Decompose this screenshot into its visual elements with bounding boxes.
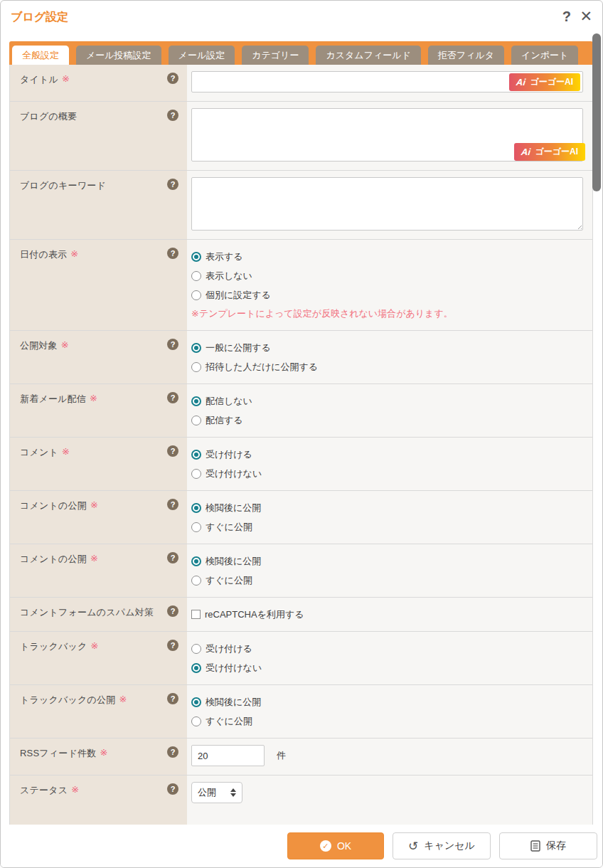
radio-icon[interactable] <box>191 697 201 707</box>
option-label: 表示する <box>206 250 243 263</box>
close-icon[interactable]: ✕ <box>580 8 592 25</box>
status-select[interactable]: 公開 <box>191 782 242 803</box>
radio-icon[interactable] <box>191 663 201 673</box>
required-mark: ※ <box>70 248 78 259</box>
row-label: 日付の表示 <box>20 248 67 261</box>
help-icon[interactable]: ? <box>167 640 178 651</box>
radio-option[interactable]: 配信しない <box>191 391 583 411</box>
ok-button-label: OK <box>337 840 351 852</box>
radio-icon[interactable] <box>191 252 201 262</box>
blog-settings-dialog: ブログ設定 ? ✕ 全般設定メール投稿設定メール設定カテゴリーカスタムフィールド… <box>0 0 603 868</box>
help-icon[interactable]: ? <box>167 392 178 403</box>
help-icon[interactable]: ? <box>167 339 178 350</box>
radio-option[interactable]: 一般に公開する <box>191 338 583 357</box>
radio-icon[interactable] <box>191 362 201 372</box>
radio-icon[interactable] <box>191 271 201 281</box>
help-icon[interactable]: ? <box>167 73 178 84</box>
form-row: コメントの公開※?検閲後に公開すぐに公開 <box>10 544 592 597</box>
save-button[interactable]: 保存 <box>499 832 597 859</box>
gogo-ai-button[interactable]: AiゴーゴーAI <box>514 143 585 161</box>
radio-option[interactable]: 表示する <box>191 247 583 266</box>
form-row: トラックバックの公開※?検閲後に公開すぐに公開 <box>10 684 592 738</box>
textarea-field[interactable] <box>191 177 583 231</box>
radio-icon[interactable] <box>191 396 201 406</box>
radio-icon[interactable] <box>191 469 201 479</box>
radio-icon[interactable] <box>191 556 201 566</box>
required-mark: ※ <box>100 746 107 758</box>
radio-option[interactable]: 検閲後に公開 <box>191 692 583 711</box>
row-content-cell: 表示する表示しない個別に設定する※テンプレートによって設定が反映されない場合があ… <box>187 240 592 330</box>
row-label: タイトル <box>20 73 58 86</box>
help-icon[interactable]: ? <box>167 552 178 563</box>
checkbox-option[interactable]: reCAPTCHAを利用する <box>191 605 583 624</box>
radio-option[interactable]: 招待した人だけに公開する <box>191 357 583 376</box>
form-row: RSSフィード件数※?件 <box>10 738 592 775</box>
tab-1[interactable]: メール投稿設定 <box>76 46 161 65</box>
help-icon[interactable]: ? <box>167 179 178 190</box>
row-content-cell: 検閲後に公開すぐに公開 <box>187 491 592 544</box>
radio-icon[interactable] <box>191 290 201 300</box>
row-label-cell: 公開対象※? <box>10 331 187 383</box>
save-button-label: 保存 <box>546 840 566 852</box>
dialog-help-icon[interactable]: ? <box>562 8 571 25</box>
radio-option[interactable]: 受け付ける <box>191 445 583 464</box>
radio-option[interactable]: 検閲後に公開 <box>191 551 583 571</box>
tab-4[interactable]: カスタムフィールド <box>316 46 420 65</box>
option-label: 招待した人だけに公開する <box>206 361 318 374</box>
number-line: 件 <box>191 745 583 766</box>
option-label: すぐに公開 <box>206 521 252 534</box>
radio-icon[interactable] <box>191 716 201 726</box>
row-content-cell: 検閲後に公開すぐに公開 <box>187 544 592 597</box>
row-label: コメントの公開 <box>20 552 87 566</box>
radio-option[interactable]: 個別に設定する <box>191 285 583 305</box>
radio-option[interactable]: 受け付ける <box>191 639 583 658</box>
radio-option[interactable]: 配信する <box>191 411 583 430</box>
option-label: 検閲後に公開 <box>206 696 261 709</box>
tab-3[interactable]: カテゴリー <box>242 46 309 65</box>
radio-option[interactable]: すぐに公開 <box>191 711 583 731</box>
help-icon[interactable]: ? <box>167 110 178 121</box>
help-icon[interactable]: ? <box>167 605 178 617</box>
radio-icon[interactable] <box>191 450 201 460</box>
form-row: コメントフォームのスパム対策?reCAPTCHAを利用する <box>10 597 592 631</box>
row-label-cell: コメントフォームのスパム対策? <box>10 598 187 631</box>
number-input[interactable] <box>191 745 265 766</box>
radio-option[interactable]: 表示しない <box>191 266 583 285</box>
tab-0[interactable]: 全般設定 <box>12 46 69 65</box>
footer: ✓ OK ↺ キャンセル 保存 <box>1 825 602 867</box>
help-icon[interactable]: ? <box>167 248 178 259</box>
ok-button[interactable]: ✓ OK <box>287 832 384 859</box>
gogo-ai-button[interactable]: AiゴーゴーAI <box>509 73 580 91</box>
option-label: 受け付ける <box>206 642 252 655</box>
radio-icon[interactable] <box>191 503 201 513</box>
cancel-button[interactable]: ↺ キャンセル <box>393 832 491 859</box>
tab-5[interactable]: 拒否フィルタ <box>428 46 504 65</box>
help-icon[interactable]: ? <box>167 693 178 704</box>
radio-icon[interactable] <box>191 416 201 425</box>
option-label: 検閲後に公開 <box>206 555 261 568</box>
help-icon[interactable]: ? <box>167 746 178 758</box>
radio-icon[interactable] <box>191 522 201 532</box>
scrollbar-thumb[interactable] <box>592 33 601 191</box>
radio-option[interactable]: 検閲後に公開 <box>191 498 583 517</box>
row-label: 公開対象 <box>20 339 58 352</box>
radio-icon[interactable] <box>191 576 201 586</box>
radio-option[interactable]: すぐに公開 <box>191 571 583 590</box>
help-icon[interactable]: ? <box>167 445 178 457</box>
tab-2[interactable]: メール設定 <box>169 46 235 65</box>
field-note: ※テンプレートによって設定が反映されない場合があります。 <box>191 305 583 323</box>
radio-icon[interactable] <box>191 343 201 353</box>
row-label-cell: ブログの概要? <box>10 102 187 170</box>
help-icon[interactable]: ? <box>167 499 178 510</box>
radio-option[interactable]: すぐに公開 <box>191 517 583 536</box>
checkbox-icon[interactable] <box>191 610 201 619</box>
radio-icon[interactable] <box>191 644 201 654</box>
row-content-cell: 検閲後に公開すぐに公開 <box>187 685 592 738</box>
row-label-cell: コメントの公開※? <box>10 491 187 544</box>
radio-option[interactable]: 受け付けない <box>191 464 583 483</box>
tab-6[interactable]: インポート <box>511 46 578 65</box>
help-icon[interactable]: ? <box>167 783 178 795</box>
row-content-cell: 配信しない配信する <box>187 384 592 437</box>
radio-option[interactable]: 受け付けない <box>191 658 583 677</box>
row-content-cell: 件 <box>187 739 592 775</box>
